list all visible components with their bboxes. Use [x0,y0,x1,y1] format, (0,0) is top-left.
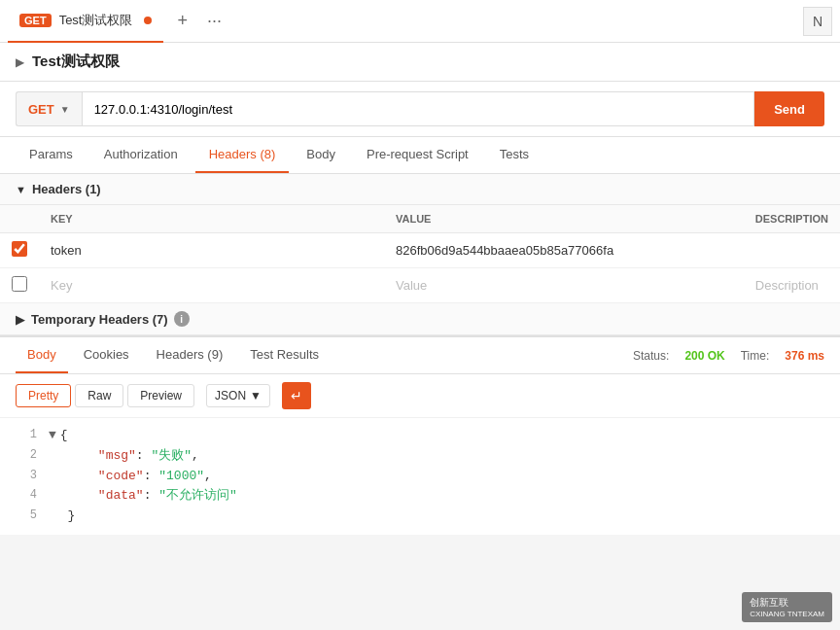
col-description-header: DESCRIPTION [744,205,840,233]
code-line-5: 5 } [0,507,840,527]
code-text-3: "code": "1000", [68,467,212,487]
placeholder-value-cell[interactable]: Value [384,268,744,303]
right-panel-toggle[interactable]: N [803,7,832,36]
time-value: 376 ms [785,349,824,363]
placeholder-key-cell[interactable]: Key [39,268,384,303]
send-button[interactable]: Send [754,91,824,126]
response-status: Status: 200 OK Time: 376 ms [633,349,824,363]
wrap-button[interactable]: ↵ [282,382,311,409]
code-text-4: "data": "不允许访问" [68,486,237,507]
format-chevron-icon: ▼ [250,389,262,402]
info-icon: i [174,311,190,327]
placeholder-checkbox-cell [0,268,39,303]
expand-icon[interactable]: ▶ [16,55,24,69]
row-checkbox[interactable] [12,241,27,257]
row-description-cell [744,233,840,268]
tab-bar: GET Test测试权限 + ··· N [0,0,840,43]
rtab-test-results[interactable]: Test Results [238,337,331,373]
line-number-3: 3 [8,467,37,487]
tab-pre-request[interactable]: Pre-request Script [353,137,482,173]
request-title: Test测试权限 [32,52,120,71]
code-line-1: 1 ▼ { [0,426,840,446]
response-tabs: Body Cookies Headers (9) Test Results St… [0,337,840,374]
tab-params[interactable]: Params [16,137,87,173]
method-select[interactable]: GET ▼ [16,91,82,126]
placeholder-value-text: Value [396,278,427,293]
code-text-1: { [60,426,68,446]
rtab-body[interactable]: Body [16,337,68,373]
temp-headers-section[interactable]: ▶ Temporary Headers (7) i [0,303,840,335]
headers-section-title: Headers (1) [32,182,101,196]
chevron-down-icon: ▼ [60,104,70,115]
tab-headers[interactable]: Headers (8) [195,137,290,173]
response-toolbar: Pretty Raw Preview JSON ▼ ↵ [0,374,840,418]
no-arrow-5 [49,507,64,527]
line-number-2: 2 [8,446,37,467]
headers-section: ▼ Headers (1) KEY VALUE DESCRIPTION toke… [0,174,840,303]
section-expand-icon: ▼ [16,184,26,195]
col-key-header: KEY [39,205,384,233]
preview-button[interactable]: Preview [127,384,194,407]
url-input[interactable] [82,91,755,126]
format-label: JSON [215,389,246,402]
tab-method-badge: GET [19,14,52,27]
table-row-placeholder: Key Value Description [0,268,840,303]
raw-button[interactable]: Raw [75,384,123,407]
row-checkbox-cell [0,233,39,268]
code-line-2: 2 "msg": "失败", [0,446,840,467]
tab-unsaved-dot [144,17,152,24]
code-output: 1 ▼ { 2 "msg": "失败", 3 "code": "1000", 4… [0,418,840,535]
table-row: token 826fb06d9a544bbaaea05b85a77066fa [0,233,840,268]
col-value-header: VALUE [384,205,744,233]
placeholder-key-text: Key [51,278,72,293]
more-tabs-button[interactable]: ··· [201,9,228,33]
tab-title: Test测试权限 [59,12,133,29]
rtab-headers[interactable]: Headers (9) [145,337,235,373]
temp-headers-title: Temporary Headers (7) [31,312,168,327]
watermark-line1: 创新互联 [750,596,824,610]
tab-authorization[interactable]: Authorization [90,137,192,173]
rtab-cookies[interactable]: Cookies [72,337,141,373]
no-arrow-2 [49,446,64,467]
response-area: Body Cookies Headers (9) Test Results St… [0,335,840,535]
wrap-icon: ↵ [291,388,302,403]
time-label: Time: [741,349,770,363]
line-number-4: 4 [8,486,37,507]
temp-expand-icon: ▶ [16,312,25,327]
code-text-2: "msg": "失败", [68,446,199,467]
format-select[interactable]: JSON ▼ [206,384,270,407]
no-arrow-3 [49,467,64,487]
url-bar: GET ▼ Send [0,82,840,137]
add-tab-button[interactable]: + [171,9,193,33]
tab-body[interactable]: Body [293,137,349,173]
watermark-line2: CXINANG TNTEXAM [750,610,824,618]
row-value-cell[interactable]: 826fb06d9a544bbaaea05b85a77066fa [384,233,744,268]
no-arrow-4 [49,486,64,507]
request-tabs-nav: Params Authorization Headers (8) Body Pr… [0,137,840,174]
tab-actions: + ··· [171,9,228,33]
line-number-5: 5 [8,507,37,527]
request-title-bar: ▶ Test测试权限 [0,43,840,82]
row-key-cell[interactable]: token [39,233,384,268]
watermark: 创新互联 CXINANG TNTEXAM [742,592,832,622]
pretty-button[interactable]: Pretty [16,384,71,407]
code-text-5: } [68,507,76,527]
collapse-icon-1[interactable]: ▼ [49,426,56,446]
status-label: Status: [633,349,669,363]
placeholder-desc-cell[interactable]: Description [744,268,840,303]
headers-section-header[interactable]: ▼ Headers (1) [0,174,840,205]
placeholder-checkbox[interactable] [12,276,27,292]
request-tab[interactable]: GET Test测试权限 [8,0,163,43]
tab-tests[interactable]: Tests [486,137,542,173]
status-value: 200 OK [684,349,724,363]
col-checkbox-header [0,205,39,233]
line-number-1: 1 [8,426,37,446]
headers-table: KEY VALUE DESCRIPTION token 826fb06d9a54… [0,205,840,303]
code-line-3: 3 "code": "1000", [0,467,840,487]
code-line-4: 4 "data": "不允许访问" [0,486,840,507]
method-label: GET [28,102,54,117]
placeholder-desc-text: Description [755,278,819,293]
